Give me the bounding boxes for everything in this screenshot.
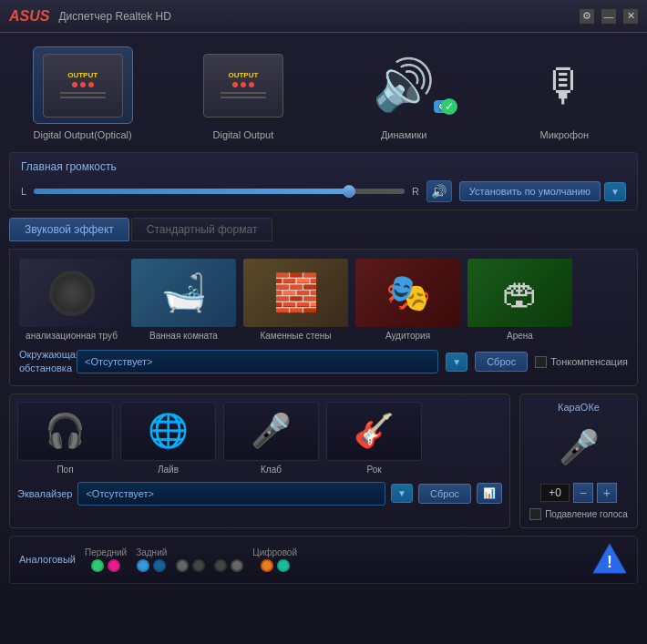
- digital-group: Цифровой: [252, 547, 297, 572]
- eq-thumb-live: 🌐: [120, 402, 216, 461]
- device-label-speakers: Динамики: [381, 129, 426, 140]
- minimize-button[interactable]: —: [601, 9, 616, 24]
- device-digital-optical[interactable]: OUTPUT Digital Output(Optical): [33, 46, 133, 140]
- digital-label: Цифровой: [252, 547, 297, 557]
- environment-row: Окружающая обстановка <Отсутствует> ▼ Сб…: [19, 348, 628, 376]
- volume-label: Главная громкость: [21, 160, 626, 173]
- speaker-icon: 🔊: [367, 51, 440, 119]
- dot-digital-orange: [261, 559, 273, 572]
- effect-stone[interactable]: 🧱 Каменные стены: [243, 259, 348, 341]
- volume-slider[interactable]: [34, 189, 405, 194]
- eq-label-rock: Рок: [366, 465, 381, 475]
- effect-label-pipe: анализационная труб: [26, 331, 118, 341]
- toncomp-checkbox-label[interactable]: Тонкомпенсация: [535, 356, 628, 368]
- mid-group1: [176, 547, 205, 572]
- window-controls: ⚙ — ✕: [580, 9, 638, 24]
- effect-thumb-bath: 🛁: [131, 259, 236, 327]
- effect-pipe[interactable]: анализационная труб: [19, 259, 124, 341]
- effect-bath[interactable]: 🛁 Ванная комната: [131, 259, 236, 341]
- volume-fill: [34, 189, 349, 194]
- toncomp-checkbox[interactable]: [535, 356, 547, 368]
- tab-std-format[interactable]: Стандартный формат: [131, 218, 273, 241]
- device-row: OUTPUT Digital Output(Optical) OUTPUT: [9, 42, 638, 145]
- effect-thumb-arena: 🏟: [467, 259, 572, 327]
- karaoke-controls: +0 − +: [540, 483, 617, 503]
- volume-row: L R 🔊 Установить по умолчанию ▼: [21, 180, 626, 202]
- default-dropdown-arrow[interactable]: ▼: [604, 182, 626, 201]
- eq-label-pop: Поп: [56, 465, 73, 475]
- eq-icons-row: 🎧 Поп 🌐 Лайв 🎤 Клаб 🎸 Рок: [17, 402, 502, 475]
- eq-preset-live[interactable]: 🌐 Лайв: [120, 402, 216, 475]
- rear-group: Задний: [136, 547, 167, 572]
- effect-label-bath: Ванная комната: [149, 331, 218, 341]
- analog-label: Аналоговый: [19, 554, 76, 565]
- karaoke-minus-button[interactable]: −: [573, 483, 593, 503]
- dot-mid-lgray2: [231, 559, 243, 572]
- karaoke-label: КараОКе: [558, 402, 600, 413]
- eq-label-live: Лайв: [158, 465, 179, 475]
- dot-digital-teal: [277, 559, 290, 572]
- eq-preset-club[interactable]: 🎤 Клаб: [223, 402, 319, 475]
- eq-thumb-club: 🎤: [223, 402, 319, 461]
- volume-icon[interactable]: 🔊: [426, 180, 452, 202]
- eq-reset-button[interactable]: Сброс: [418, 484, 471, 504]
- asus-logo: ASUS: [9, 8, 49, 25]
- dot-front-pink: [108, 559, 120, 572]
- eq-preset-pop[interactable]: 🎧 Поп: [17, 402, 113, 475]
- eq-eq-button[interactable]: 📊: [477, 483, 502, 504]
- eq-row: Эквалайзер <Отсутствует> ▼ Сброс 📊: [17, 482, 502, 506]
- toncomp-label: Тонкомпенсация: [550, 356, 628, 367]
- tab-sound-effect[interactable]: Звуковой эффект: [9, 218, 129, 241]
- device-label-optical: Digital Output(Optical): [34, 129, 132, 140]
- analog-row: Аналоговый Передний Задний: [9, 536, 638, 584]
- device-digital-output[interactable]: OUTPUT Digital Output: [193, 46, 293, 140]
- eq-thumb-rock: 🎸: [326, 402, 422, 461]
- svg-text:!: !: [607, 553, 612, 571]
- dot-mid-gray2: [214, 559, 227, 572]
- check-icon: ✓: [441, 98, 457, 115]
- front-label: Передний: [85, 547, 127, 557]
- equalizer-section: 🎧 Поп 🌐 Лайв 🎤 Клаб 🎸 Рок Эквалайзер: [9, 394, 510, 528]
- effects-panel: анализационная труб 🛁 Ванная комната 🧱 К…: [9, 249, 638, 386]
- karaoke-plus-button[interactable]: +: [597, 483, 617, 503]
- effect-thumb-hall: 🎭: [355, 259, 460, 327]
- effect-arena[interactable]: 🏟 Арена: [467, 259, 572, 341]
- front-dots: Передний: [85, 547, 127, 572]
- warning-triangle-icon: !: [591, 542, 628, 575]
- effect-hall[interactable]: 🎭 Аудитория: [355, 259, 460, 341]
- warning-area: !: [591, 542, 628, 578]
- set-default-button[interactable]: Установить по умолчанию: [459, 181, 601, 201]
- settings-button[interactable]: ⚙: [580, 9, 594, 24]
- vol-left-label: L: [21, 186, 26, 197]
- eq-preset-rock[interactable]: 🎸 Рок: [326, 402, 422, 475]
- environment-reset-button[interactable]: Сброс: [475, 352, 528, 372]
- mic-icon: 🎙: [528, 51, 601, 119]
- karaoke-icon: 🎤: [549, 418, 609, 477]
- mid-group2: [214, 547, 243, 572]
- environment-select[interactable]: <Отсутствует>: [77, 350, 438, 373]
- device-speakers[interactable]: 🔊 💬 ✓ Динамики: [354, 46, 454, 140]
- bottom-section: 🎧 Поп 🌐 Лайв 🎤 Клаб 🎸 Рок Эквалайзер: [9, 394, 638, 528]
- device-label-output: Digital Output: [213, 129, 274, 140]
- voice-suppress-label[interactable]: Подавление голоса: [529, 508, 628, 520]
- close-button[interactable]: ✕: [623, 9, 638, 24]
- environment-dropdown-arrow[interactable]: ▼: [446, 353, 467, 372]
- eq-dropdown-arrow[interactable]: ▼: [391, 484, 413, 503]
- device-mic[interactable]: 🎙 Микрофон: [514, 46, 614, 140]
- main-content: OUTPUT Digital Output(Optical) OUTPUT: [0, 33, 647, 644]
- eq-thumb-pop: 🎧: [17, 402, 113, 461]
- effect-label-stone: Каменные стены: [260, 331, 331, 341]
- digital-output-icon: OUTPUT: [203, 54, 283, 118]
- eq-select[interactable]: <Отсутствует>: [77, 482, 385, 506]
- device-icon-wrap-speakers: 🔊 💬 ✓: [354, 46, 454, 124]
- dot-front-green: [91, 559, 104, 572]
- optical-device-icon: OUTPUT: [43, 54, 123, 118]
- voice-suppress-text: Подавление голоса: [545, 509, 628, 519]
- volume-thumb[interactable]: [343, 185, 355, 198]
- effect-label-arena: Арена: [507, 331, 533, 341]
- app-title: Диспетчер Realtek HD: [58, 10, 580, 23]
- volume-section: Главная громкость L R 🔊 Установить по ум…: [9, 152, 638, 210]
- voice-suppress-checkbox[interactable]: [529, 508, 541, 520]
- effects-icons-row: анализационная труб 🛁 Ванная комната 🧱 К…: [19, 259, 628, 341]
- device-icon-wrap-output: OUTPUT: [193, 46, 293, 124]
